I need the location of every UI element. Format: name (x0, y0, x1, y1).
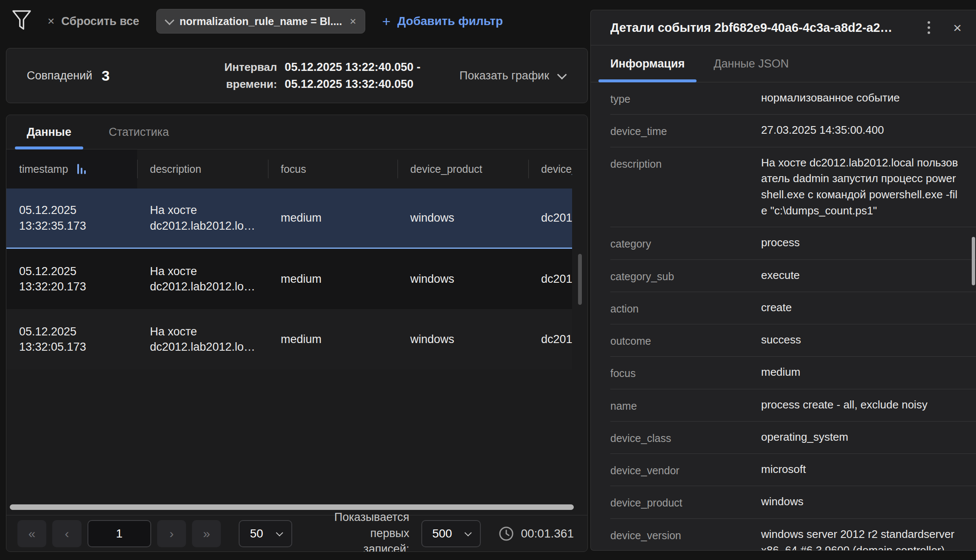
matches-count: 3 (102, 68, 110, 84)
details-fields: type нормализованное событие device_time… (591, 82, 976, 551)
column-header-description[interactable]: description (137, 149, 268, 189)
column-header-focus[interactable]: focus (268, 149, 398, 189)
add-filter-button[interactable]: + Добавить фильтр (382, 14, 503, 28)
field-key: description (610, 155, 697, 172)
cell-device-h: dc2012 (528, 189, 572, 248)
prev-page-button[interactable]: ‹ (52, 520, 81, 547)
show-chart-label: Показать график (460, 69, 549, 82)
field-value: windows server 2012 r2 standardserver x8… (761, 526, 961, 551)
detail-field-row: device_vendor microsoft (610, 454, 976, 486)
records-limit-select[interactable]: 500 (421, 520, 481, 547)
field-value: process (761, 235, 961, 251)
details-header: Детали события 2bf682e9-40a6-4c3a-a8d2-a… (591, 10, 976, 45)
detail-field-row: device_product windows (610, 486, 976, 518)
tab-information[interactable]: Информация (610, 57, 685, 70)
tab-data[interactable]: Данные (27, 126, 71, 139)
page-size-select[interactable]: 50 (239, 520, 292, 547)
query-timer: 00:01.361 (499, 526, 574, 541)
close-icon[interactable]: × (953, 20, 962, 35)
tab-json-data[interactable]: Данные JSON (714, 57, 789, 70)
detail-field-row: action create (610, 292, 976, 324)
clear-all-filters-button[interactable]: × Сбросить все (48, 14, 139, 28)
details-title: Детали события 2bf682e9-40a6-4c3a-a8d2-a… (610, 21, 925, 35)
page-size-value: 50 (250, 527, 263, 540)
detail-field-row: description На хосте dc2012.lab2012.loca… (610, 147, 976, 228)
interval-label: Интервал времени: (224, 59, 277, 93)
column-header-device-product[interactable]: device_product (398, 149, 528, 189)
detail-field-row: focus medium (610, 357, 976, 389)
field-key: category (610, 235, 697, 251)
clear-all-icon: × (48, 14, 54, 28)
last-page-button[interactable]: » (192, 520, 221, 547)
filter-chip[interactable]: normalization_rule_name = Bl.... × (156, 9, 365, 34)
detail-field-row: device_time 27.03.2025 14:35:00.400 (610, 115, 976, 147)
field-value: нормализованное событие (761, 90, 961, 106)
tab-statistics[interactable]: Статистика (109, 126, 169, 139)
column-header-device-h[interactable]: device_h (528, 149, 572, 189)
time-interval: Интервал времени: 05.12.2025 13:22:40.05… (224, 59, 420, 93)
next-page-button[interactable]: › (157, 520, 186, 547)
field-value: execute (761, 267, 961, 284)
cell-device-h: dc2012 (528, 249, 572, 309)
field-key: device_product (610, 494, 697, 510)
field-value: windows (761, 494, 961, 510)
cell-description: На хосте dc2012.lab2012.lo… (137, 189, 268, 248)
field-key: category_sub (610, 267, 697, 284)
field-value: process create - all, exclude noisy (761, 397, 961, 413)
cell-device-product: windows (398, 309, 528, 369)
column-header-timestamp[interactable]: timestamp (6, 149, 137, 189)
detail-field-row: device_class operating_system (610, 422, 976, 454)
field-key: device_version (610, 526, 697, 543)
field-key: focus (610, 364, 697, 381)
chevron-down-icon (465, 529, 472, 536)
field-key: type (610, 90, 697, 107)
first-page-button[interactable]: « (17, 520, 46, 547)
field-key: outcome (610, 332, 697, 349)
results-tabs: Данные Статистика (6, 115, 587, 149)
cell-focus: medium (268, 189, 398, 248)
show-chart-button[interactable]: Показать график (460, 69, 564, 82)
siem-events-screen: { "icons": { "funnel": "funnel-icon", "c… (0, 0, 976, 560)
results-panel: Данные Статистика timestamp description … (6, 115, 588, 552)
detail-field-row: name process create - all, exclude noisy (610, 389, 976, 422)
chevron-down-icon (165, 16, 175, 25)
clear-all-label: Сбросить все (61, 15, 139, 28)
matches-counter: Совпадений 3 (27, 68, 110, 84)
field-key: device_class (610, 429, 697, 446)
page-number-input[interactable] (87, 520, 151, 547)
kebab-menu-icon[interactable] (925, 19, 933, 37)
cell-focus: medium (268, 249, 398, 309)
table-vertical-scrollbar[interactable] (578, 254, 582, 305)
cell-timestamp: 05.12.2025 13:32:20.173 (6, 249, 137, 309)
cell-description: На хосте dc2012.lab2012.lo… (137, 249, 268, 309)
elapsed-time: 00:01.361 (521, 527, 574, 540)
remove-filter-icon[interactable]: × (350, 15, 356, 28)
records-limit-value: 500 (432, 527, 452, 540)
cell-timestamp: 05.12.2025 13:32:35.173 (6, 189, 137, 248)
table-row[interactable]: 05.12.2025 13:32:20.173 На хосте dc2012.… (6, 249, 572, 309)
cell-device-product: windows (398, 189, 528, 248)
field-value: operating_system (761, 429, 961, 445)
cell-description: На хосте dc2012.lab2012.lo… (137, 309, 268, 369)
field-value: 27.03.2025 14:35:00.400 (761, 122, 961, 138)
table-header: timestamp description focus device_produ… (6, 149, 572, 189)
add-filter-label: Добавить фильтр (398, 14, 503, 28)
field-value: create (761, 300, 961, 316)
table-row[interactable]: 05.12.2025 13:32:35.173 На хосте dc2012.… (6, 189, 572, 249)
plus-icon: + (382, 14, 391, 28)
detail-field-row: category_sub execute (610, 260, 976, 292)
field-key: action (610, 300, 697, 316)
table-horizontal-scrollbar[interactable] (10, 504, 574, 510)
detail-field-row: outcome success (610, 324, 976, 357)
details-scrollbar[interactable] (972, 237, 975, 285)
detail-field-row: device_version windows server 2012 r2 st… (610, 519, 976, 551)
detail-field-row: category process (610, 227, 976, 259)
chevron-down-icon (557, 70, 567, 80)
table-row[interactable]: 05.12.2025 13:32:05.173 На хосте dc2012.… (6, 309, 572, 369)
matches-label: Совпадений (27, 69, 92, 82)
detail-field-row: type нормализованное событие (610, 82, 976, 115)
chevron-down-icon (276, 529, 283, 536)
field-value: success (761, 332, 961, 348)
field-value: microsoft (761, 462, 961, 478)
cell-device-h: dc2012 (528, 309, 572, 369)
